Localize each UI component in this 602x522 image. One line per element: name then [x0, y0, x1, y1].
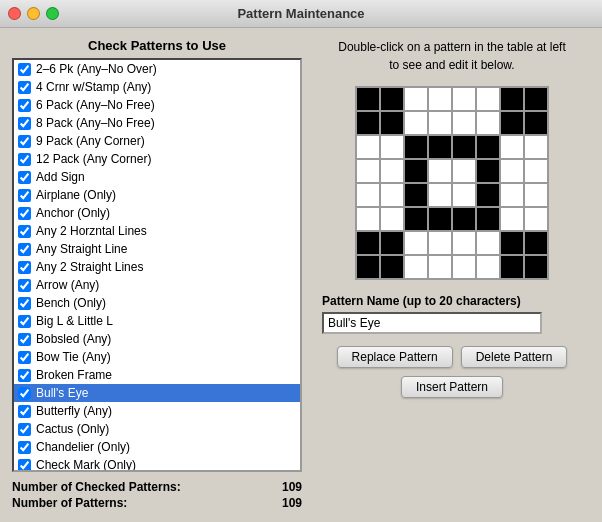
grid-cell[interactable]: [428, 255, 452, 279]
pattern-checkbox[interactable]: [18, 225, 31, 238]
list-item[interactable]: Bull's Eye: [14, 384, 300, 402]
grid-cell[interactable]: [356, 87, 380, 111]
list-item[interactable]: Bench (Only): [14, 294, 300, 312]
list-item[interactable]: Butterfly (Any): [14, 402, 300, 420]
pattern-checkbox[interactable]: [18, 333, 31, 346]
grid-cell[interactable]: [380, 207, 404, 231]
replace-pattern-button[interactable]: Replace Pattern: [337, 346, 453, 368]
grid-cell[interactable]: [524, 183, 548, 207]
grid-cell[interactable]: [524, 87, 548, 111]
maximize-button[interactable]: [46, 7, 59, 20]
list-item[interactable]: Broken Frame: [14, 366, 300, 384]
grid-cell[interactable]: [476, 87, 500, 111]
grid-cell[interactable]: [476, 183, 500, 207]
pattern-checkbox[interactable]: [18, 297, 31, 310]
list-item[interactable]: 8 Pack (Any–No Free): [14, 114, 300, 132]
list-item[interactable]: Arrow (Any): [14, 276, 300, 294]
pattern-checkbox[interactable]: [18, 405, 31, 418]
list-item[interactable]: 2–6 Pk (Any–No Over): [14, 60, 300, 78]
grid-cell[interactable]: [500, 255, 524, 279]
grid-cell[interactable]: [404, 159, 428, 183]
grid-cell[interactable]: [356, 255, 380, 279]
grid-cell[interactable]: [476, 159, 500, 183]
pattern-checkbox[interactable]: [18, 117, 31, 130]
grid-cell[interactable]: [500, 231, 524, 255]
insert-pattern-button[interactable]: Insert Pattern: [401, 376, 503, 398]
grid-cell[interactable]: [524, 207, 548, 231]
grid-cell[interactable]: [428, 231, 452, 255]
grid-cell[interactable]: [476, 255, 500, 279]
grid-cell[interactable]: [356, 111, 380, 135]
pattern-checkbox[interactable]: [18, 279, 31, 292]
grid-cell[interactable]: [380, 231, 404, 255]
grid-cell[interactable]: [428, 183, 452, 207]
grid-cell[interactable]: [476, 111, 500, 135]
pattern-checkbox[interactable]: [18, 387, 31, 400]
grid-cell[interactable]: [404, 207, 428, 231]
grid-cell[interactable]: [356, 135, 380, 159]
grid-cell[interactable]: [452, 231, 476, 255]
grid-cell[interactable]: [452, 111, 476, 135]
grid-cell[interactable]: [380, 255, 404, 279]
grid-cell[interactable]: [476, 207, 500, 231]
grid-cell[interactable]: [452, 183, 476, 207]
pattern-name-input[interactable]: [322, 312, 542, 334]
grid-cell[interactable]: [404, 111, 428, 135]
grid-cell[interactable]: [452, 135, 476, 159]
grid-cell[interactable]: [524, 159, 548, 183]
pattern-checkbox[interactable]: [18, 81, 31, 94]
grid-cell[interactable]: [428, 159, 452, 183]
grid-cell[interactable]: [524, 231, 548, 255]
grid-cell[interactable]: [356, 159, 380, 183]
grid-cell[interactable]: [500, 87, 524, 111]
close-button[interactable]: [8, 7, 21, 20]
list-item[interactable]: Any 2 Horzntal Lines: [14, 222, 300, 240]
grid-cell[interactable]: [452, 207, 476, 231]
list-item[interactable]: Chandelier (Only): [14, 438, 300, 456]
list-item[interactable]: Anchor (Only): [14, 204, 300, 222]
grid-cell[interactable]: [404, 135, 428, 159]
list-item[interactable]: 12 Pack (Any Corner): [14, 150, 300, 168]
list-item[interactable]: 9 Pack (Any Corner): [14, 132, 300, 150]
minimize-button[interactable]: [27, 7, 40, 20]
list-item[interactable]: 6 Pack (Any–No Free): [14, 96, 300, 114]
pattern-checkbox[interactable]: [18, 423, 31, 436]
list-item[interactable]: Any Straight Line: [14, 240, 300, 258]
list-item[interactable]: 4 Crnr w/Stamp (Any): [14, 78, 300, 96]
list-item[interactable]: Cactus (Only): [14, 420, 300, 438]
grid-cell[interactable]: [428, 207, 452, 231]
grid-cell[interactable]: [404, 87, 428, 111]
pattern-checkbox[interactable]: [18, 135, 31, 148]
pattern-checkbox[interactable]: [18, 63, 31, 76]
list-item[interactable]: Any 2 Straight Lines: [14, 258, 300, 276]
pattern-list[interactable]: 2–6 Pk (Any–No Over)4 Crnr w/Stamp (Any)…: [12, 58, 302, 472]
grid-cell[interactable]: [356, 231, 380, 255]
grid-cell[interactable]: [524, 111, 548, 135]
grid-cell[interactable]: [356, 207, 380, 231]
grid-cell[interactable]: [500, 135, 524, 159]
grid-cell[interactable]: [428, 111, 452, 135]
pattern-checkbox[interactable]: [18, 459, 31, 472]
grid-cell[interactable]: [524, 255, 548, 279]
pattern-checkbox[interactable]: [18, 153, 31, 166]
grid-cell[interactable]: [476, 231, 500, 255]
list-item[interactable]: Add Sign: [14, 168, 300, 186]
pattern-checkbox[interactable]: [18, 261, 31, 274]
grid-cell[interactable]: [428, 135, 452, 159]
list-item[interactable]: Airplane (Only): [14, 186, 300, 204]
grid-cell[interactable]: [452, 255, 476, 279]
pattern-checkbox[interactable]: [18, 441, 31, 454]
pattern-checkbox[interactable]: [18, 351, 31, 364]
pattern-checkbox[interactable]: [18, 189, 31, 202]
grid-cell[interactable]: [404, 183, 428, 207]
pattern-checkbox[interactable]: [18, 99, 31, 112]
grid-cell[interactable]: [404, 231, 428, 255]
grid-cell[interactable]: [476, 135, 500, 159]
window-controls[interactable]: [8, 7, 59, 20]
grid-cell[interactable]: [452, 87, 476, 111]
grid-cell[interactable]: [356, 183, 380, 207]
grid-cell[interactable]: [380, 111, 404, 135]
grid-cell[interactable]: [500, 111, 524, 135]
grid-cell[interactable]: [500, 183, 524, 207]
pattern-checkbox[interactable]: [18, 171, 31, 184]
